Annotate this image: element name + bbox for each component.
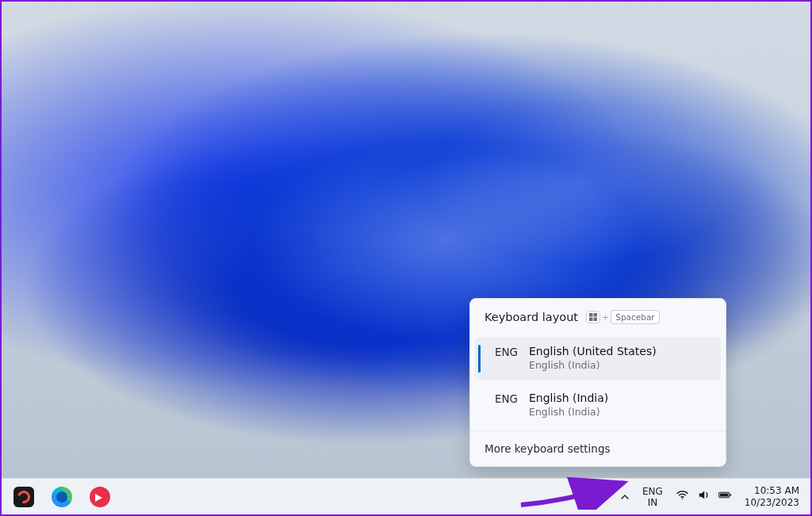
shortcut-hint: + Spacebar [586, 310, 660, 324]
svg-rect-6 [720, 494, 728, 497]
svg-rect-2 [589, 318, 593, 322]
svg-point-4 [682, 499, 683, 499]
svg-rect-3 [594, 318, 598, 322]
layout-secondary: English (India) [529, 406, 608, 418]
more-keyboard-settings[interactable]: More keyboard settings [470, 430, 726, 466]
clock[interactable]: 10:53 AM 10/23/2023 [738, 482, 804, 512]
edge-icon[interactable] [46, 482, 78, 512]
layout-option-english-in[interactable]: ENG English (India) English (India) [475, 384, 721, 427]
clock-time: 10:53 AM [754, 485, 799, 497]
speaker-icon [697, 488, 710, 505]
layout-option-english-us[interactable]: ENG English (United States) English (Ind… [475, 337, 721, 380]
svg-rect-0 [589, 313, 593, 317]
language-indicator[interactable]: ENG IN [636, 482, 669, 512]
flyout-header: Keyboard layout + Spacebar [470, 299, 726, 334]
win-key-icon [586, 311, 600, 323]
spacebar-key: Spacebar [611, 310, 659, 324]
keyboard-layout-flyout: Keyboard layout + Spacebar ENG English (… [469, 298, 726, 467]
flyout-title: Keyboard layout [485, 311, 578, 323]
layout-secondary: English (India) [529, 359, 657, 371]
language-line2: IN [648, 497, 658, 508]
taskbar-pinned-apps [8, 482, 116, 512]
plus-icon: + [602, 312, 609, 323]
system-tray: ENG IN 10:53 AM 10/23/2023 [615, 482, 804, 512]
more-keyboard-settings-label: More keyboard settings [485, 442, 611, 455]
layout-primary: English (United States) [529, 345, 657, 357]
battery-icon [718, 488, 732, 505]
wifi-icon [676, 488, 689, 505]
svg-rect-1 [594, 313, 598, 317]
clock-date: 10/23/2023 [745, 497, 799, 509]
svg-rect-7 [730, 494, 731, 496]
opera-gx-icon[interactable] [8, 482, 40, 512]
anydesk-icon[interactable] [84, 482, 116, 512]
language-line1: ENG [642, 486, 663, 497]
tray-overflow-button[interactable] [615, 482, 634, 512]
network-sound-battery[interactable] [671, 482, 737, 512]
layout-code: ENG [486, 392, 518, 405]
taskbar: ENG IN 10:53 AM 10/23/2023 [2, 478, 810, 514]
layout-primary: English (India) [529, 392, 608, 404]
layout-code: ENG [486, 345, 518, 358]
